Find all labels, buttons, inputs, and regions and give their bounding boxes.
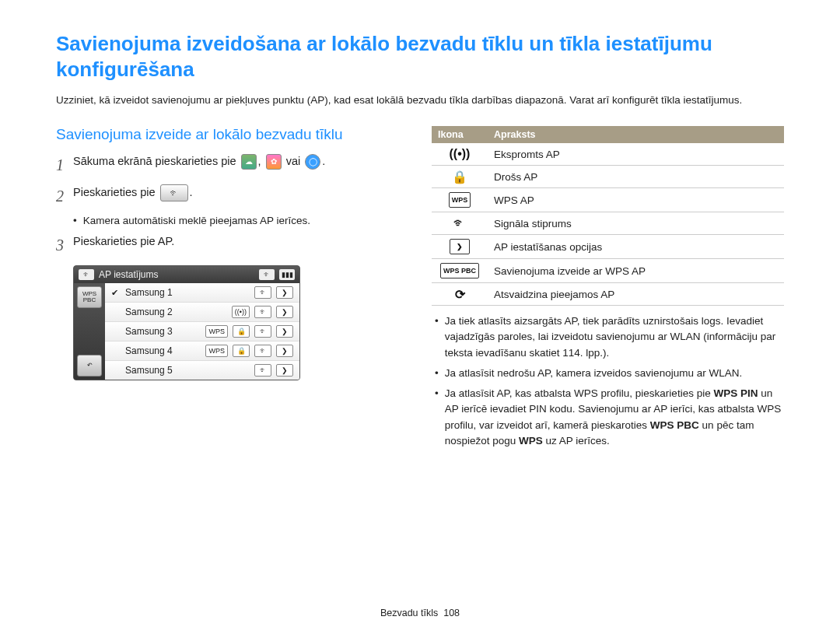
wps-pbc-button[interactable]: WPS PBC [77,286,102,308]
table-row: ((•))Ekspromts AP [432,143,784,166]
next-icon[interactable]: ❯ [276,364,293,377]
row-desc: Ekspromts AP [488,143,784,166]
step-3: 3 Pieskarieties pie AP. [56,233,408,257]
step-2-sub-text: Kamera automātiski meklē pieejamas AP ie… [83,215,310,226]
wps-badge: WPS [205,345,228,357]
table-row: WPSWPS AP [432,188,784,212]
step-2-end: . [190,186,193,198]
intro-text: Uzziniet, kā izveidot savienojumu ar pie… [56,93,784,108]
note-text: Ja tiek atlasīts aizsargāts AP, tiek par… [445,313,784,361]
wps-pbc-icon: WPS PBC [440,263,479,278]
signal-icon: ᯤ [259,269,275,280]
step-1-or: vai [286,155,304,167]
wifi-icon: ᯤ [254,306,271,318]
wps-label: WPS [519,435,543,447]
wifi-icon: ᯤ [79,269,94,280]
wifi-icon: ᯤ [254,325,271,338]
ap-item[interactable]: Samsung 4 WPS 🔒 ᯤ ❯ [105,342,299,361]
row-desc: WPS AP [488,188,784,212]
lock-icon: 🔒 [233,325,250,338]
step-number: 2 [56,184,73,208]
battery-icon: ▮▮▮ [279,269,295,280]
step-2: 2 Pieskarieties pie ᯤ. [56,184,408,208]
back-button[interactable]: ↶ [77,355,102,377]
home-icon-1: ☁ [241,154,257,170]
antenna-icon: ((•)) [232,306,250,318]
next-icon[interactable]: ❯ [276,286,293,299]
table-row: ❯AP iestatīšanas opcijas [432,235,784,259]
ap-name: Samsung 1 [125,287,250,298]
ap-item[interactable]: Samsung 5 ᯤ ❯ [105,361,299,380]
icon-legend-table: Ikona Apraksts ((•))Ekspromts AP 🔒Drošs … [432,126,784,306]
th-desc: Apraksts [488,126,784,143]
secure-ap-icon: 🔒 [450,170,470,184]
note-item: Ja atlasīsit nedrošu AP, kamera izveidos… [432,366,784,381]
home-icon-3: ◯ [305,154,320,170]
wifi-icon: ᯤ [254,364,271,377]
wps-badge: WPS [205,325,228,338]
note-item: Ja atlasīsit AP, kas atbalsta WPS profil… [432,386,784,449]
ap-item[interactable]: Samsung 2 ((•)) ᯤ ❯ [105,303,299,322]
ap-list: ✔ Samsung 1 ᯤ ❯ Samsung 2 ((•)) ᯤ ❯ [105,283,299,380]
wifi-icon: ᯤ [254,286,271,299]
table-row: WPS PBCSavienojuma izveide ar WPS AP [432,259,784,283]
table-row: ᯤSignāla stiprums [432,212,784,235]
check-icon: ✔ [111,288,121,298]
ap-name: Samsung 5 [125,365,250,376]
row-desc: AP iestatīšanas opcijas [488,235,784,259]
step-1-end: . [322,155,325,167]
adhoc-ap-icon: ((•)) [447,147,473,161]
ap-titlebar: ᯤ AP iestatījums ᯤ ▮▮▮ [74,266,299,283]
notes-list: Ja tiek atlasīts aizsargāts AP, tiek par… [432,313,784,449]
section-heading: Savienojuma izveide ar lokālo bezvadu tī… [56,126,408,143]
row-desc: Atsvaidzina pieejamos AP [488,283,784,306]
step-2-text-a: Pieskarieties pie [73,186,159,198]
table-row: ⟳Atsvaidzina pieejamos AP [432,283,784,306]
home-icon-2: ✿ [266,154,282,170]
signal-strength-icon: ᯤ [450,216,469,230]
ap-item[interactable]: ✔ Samsung 1 ᯤ ❯ [105,283,299,303]
ap-item[interactable]: Samsung 3 WPS 🔒 ᯤ ❯ [105,322,299,342]
row-desc: Savienojuma izveide ar WPS AP [488,259,784,283]
page-footer: Bezvadu tīkls 108 [0,608,840,618]
step-2-sub: Kamera automātiski meklē pieejamas AP ie… [73,215,408,226]
wifi-icon: ᯤ [254,345,271,357]
wps-ap-icon: WPS [449,192,471,208]
step-1: 1 Sākuma ekrānā pieskarieties pie ☁, ✿ v… [56,152,408,177]
footer-label: Bezvadu tīkls [380,608,438,618]
step-number: 3 [56,233,73,257]
th-icon: Ikona [432,126,488,143]
next-icon[interactable]: ❯ [276,306,293,318]
step-1-comma: , [258,155,264,167]
wifi-settings-icon: ᯤ [160,184,188,201]
step-3-text: Pieskarieties pie AP. [73,233,408,257]
row-desc: Drošs AP [488,166,784,188]
note-item: Ja tiek atlasīts aizsargāts AP, tiek par… [432,313,784,361]
ap-name: Samsung 3 [125,326,201,337]
next-icon[interactable]: ❯ [276,325,293,338]
row-desc: Signāla stiprums [488,212,784,235]
page-number: 108 [443,608,460,618]
page-title: Savienojuma izveidošana ar lokālo bezvad… [56,31,784,82]
refresh-icon: ⟳ [450,287,469,301]
wps-pin-label: WPS PIN [713,387,758,399]
note-text: Ja atlasīsit AP, kas atbalsta WPS profil… [445,386,784,449]
ap-name: Samsung 2 [125,306,227,317]
next-icon[interactable]: ❯ [276,345,293,357]
step-1-text-a: Sākuma ekrānā pieskarieties pie [73,155,240,167]
wps-pbc-label: WPS PBC [650,419,699,431]
ap-options-icon: ❯ [450,239,470,254]
ap-title: AP iestatījums [99,269,158,280]
ap-settings-widget: ᯤ AP iestatījums ᯤ ▮▮▮ WPS PBC ↶ [73,265,300,380]
note-text: Ja atlasīsit nedrošu AP, kamera izveidos… [445,366,742,381]
lock-icon: 🔒 [233,345,250,357]
table-row: 🔒Drošs AP [432,166,784,188]
step-number: 1 [56,152,73,177]
ap-name: Samsung 4 [125,345,201,356]
